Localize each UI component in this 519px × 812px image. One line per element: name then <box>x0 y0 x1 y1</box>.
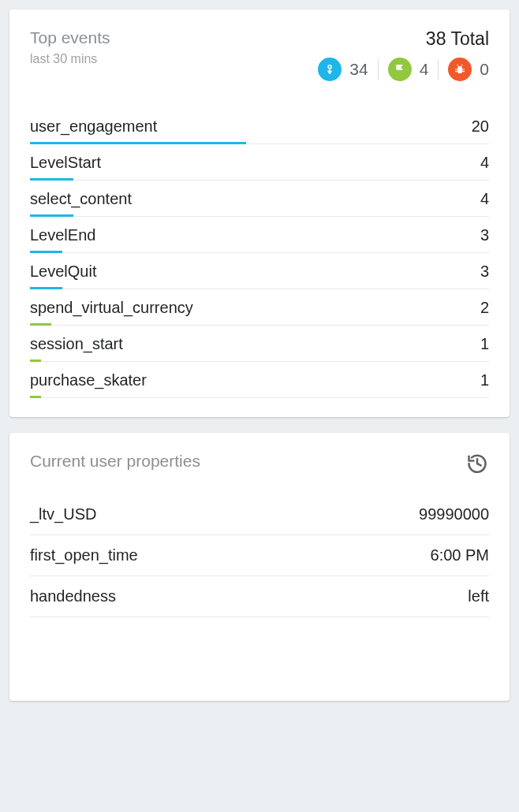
event-name: session_start <box>30 335 123 353</box>
event-row[interactable]: LevelStart4 <box>30 144 489 181</box>
event-name: spend_virtual_currency <box>30 299 193 317</box>
event-row[interactable]: select_content4 <box>30 181 489 217</box>
header-left: Top events last 30 mins <box>30 28 110 66</box>
event-count: 2 <box>480 299 489 317</box>
event-row[interactable]: user_engagement20 <box>30 108 489 144</box>
flag-stat[interactable]: 4 <box>388 58 429 81</box>
bug-icon <box>448 58 472 81</box>
property-row[interactable]: first_open_time6:00 PM <box>30 535 489 576</box>
property-row[interactable]: handednessleft <box>30 576 489 617</box>
property-name: handedness <box>30 587 116 605</box>
bug-stat[interactable]: 0 <box>448 58 489 81</box>
event-name: purchase_skater <box>30 371 147 389</box>
property-name: _ltv_USD <box>30 505 96 523</box>
touch-count: 34 <box>349 60 368 79</box>
event-row[interactable]: LevelEnd3 <box>30 217 489 253</box>
event-count: 4 <box>480 154 489 172</box>
flag-count: 4 <box>420 60 429 79</box>
touch-stat[interactable]: 34 <box>318 58 368 81</box>
event-bar <box>30 396 41 398</box>
card-title: Current user properties <box>30 452 200 471</box>
total-label: 38 Total <box>426 28 489 50</box>
property-value: left <box>468 587 489 605</box>
event-row[interactable]: LevelQuit3 <box>30 253 489 289</box>
event-list: user_engagement20LevelStart4select_conte… <box>30 108 489 398</box>
svg-rect-2 <box>458 66 462 69</box>
event-name: select_content <box>30 190 132 208</box>
top-events-header: Top events last 30 mins 38 Total 34 <box>30 28 489 81</box>
prop-list: _ltv_USD99990000first_open_time6:00 PMha… <box>30 494 489 617</box>
flag-icon <box>388 58 412 81</box>
property-row[interactable]: _ltv_USD99990000 <box>30 494 489 535</box>
event-name: user_engagement <box>30 117 157 136</box>
event-row[interactable]: session_start1 <box>30 326 489 362</box>
event-count: 1 <box>480 371 489 389</box>
header-right: 38 Total 34 <box>318 28 489 81</box>
divider <box>378 59 379 80</box>
top-events-card: Top events last 30 mins 38 Total 34 <box>9 9 510 417</box>
property-value: 99990000 <box>419 505 489 523</box>
stat-badges: 34 4 <box>318 58 489 81</box>
event-name: LevelQuit <box>30 263 97 281</box>
event-count: 20 <box>472 117 489 136</box>
history-icon[interactable] <box>465 452 489 475</box>
event-row[interactable]: purchase_skater1 <box>30 362 489 398</box>
property-name: first_open_time <box>30 546 138 564</box>
touch-icon <box>318 58 342 81</box>
user-properties-header: Current user properties <box>30 452 489 475</box>
bug-count: 0 <box>480 60 489 79</box>
event-count: 1 <box>480 335 489 353</box>
event-name: LevelEnd <box>30 226 95 244</box>
event-row[interactable]: spend_virtual_currency2 <box>30 289 489 326</box>
event-count: 3 <box>480 226 489 244</box>
card-title: Top events <box>30 28 110 47</box>
user-properties-card: Current user properties _ltv_USD99990000… <box>9 433 510 701</box>
property-value: 6:00 PM <box>431 546 489 564</box>
divider <box>438 59 439 80</box>
card-subtitle: last 30 mins <box>30 52 110 66</box>
event-name: LevelStart <box>30 154 101 172</box>
event-count: 3 <box>480 263 489 281</box>
event-count: 4 <box>480 190 489 208</box>
